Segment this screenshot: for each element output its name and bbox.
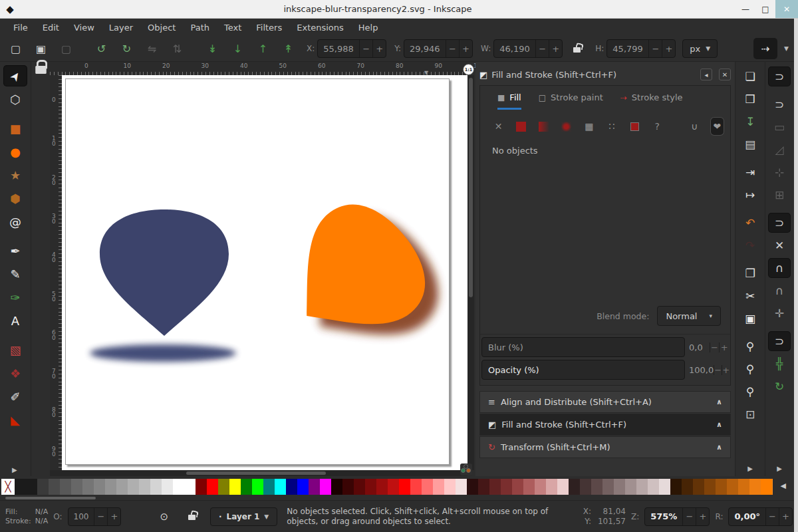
blue-blob-shadow[interactable]	[90, 344, 236, 362]
palette-swatch[interactable]	[139, 479, 150, 495]
snap-enabled-button[interactable]: ⊃	[769, 67, 790, 86]
undo-button[interactable]: ↶	[739, 213, 761, 232]
w-minus-button[interactable]: −	[535, 40, 549, 57]
snap-page-border-button[interactable]: ↻	[769, 377, 790, 396]
palette-swatch[interactable]	[546, 479, 557, 495]
docked-panel-fill-and-stroke[interactable]: ◩Fill and Stroke (Shift+Ctrl+F)∧	[479, 414, 731, 436]
h-field-value[interactable]: 45,799	[607, 44, 648, 54]
menu-view[interactable]: View	[67, 21, 101, 35]
snap-bbox-centers-button[interactable]: ⊞	[769, 186, 790, 204]
export-button[interactable]: ↦	[739, 186, 761, 204]
orange-blob[interactable]	[265, 186, 445, 366]
palette-swatch[interactable]	[116, 479, 128, 495]
canvas[interactable]	[62, 75, 467, 470]
zoom-minus-button[interactable]: −	[682, 508, 696, 525]
opacity-slider[interactable]: Opacity (%)	[481, 360, 685, 380]
h-plus-button[interactable]: +	[662, 40, 675, 57]
palette-swatch[interactable]	[410, 479, 422, 495]
palette-swatch[interactable]	[636, 479, 648, 495]
layer-lock-toggle[interactable]	[188, 510, 196, 523]
docked-panel-align-and-distribute[interactable]: ≡Align and Distribute (Shift+Ctrl+A)∧	[479, 391, 731, 413]
palette-swatch[interactable]	[614, 479, 625, 495]
ellipse-tool-button[interactable]: ●	[4, 142, 27, 162]
palette-swatch[interactable]	[162, 479, 173, 495]
calligraphy-tool-button[interactable]: ✑	[4, 287, 27, 307]
palette-swatch[interactable]	[241, 479, 252, 495]
spiral-tool-button[interactable]: @	[4, 211, 27, 231]
rotate-cw-button[interactable]: ↻	[116, 39, 137, 59]
y-field-value[interactable]: 29,946	[404, 44, 446, 54]
palette-swatch[interactable]	[207, 479, 218, 495]
y-plus-button[interactable]: +	[459, 40, 472, 57]
palette-swatch[interactable]	[456, 479, 467, 495]
blur-value[interactable]: 0,0	[685, 342, 710, 352]
palette-swatch[interactable]	[150, 479, 162, 495]
zoom-page-button[interactable]: ⚲	[739, 382, 761, 401]
toolbox-expand-arrow-icon[interactable]: ▶	[0, 466, 17, 473]
rotate-ccw-button[interactable]: ↺	[91, 39, 112, 59]
fill-rule-nonzero-button[interactable]: ❤	[711, 118, 724, 135]
lower-to-bottom-button[interactable]: ↡	[202, 39, 223, 59]
palette-swatch[interactable]	[184, 479, 196, 495]
paint-swatch-button[interactable]	[628, 118, 641, 135]
snap-grid-button[interactable]: ╬	[769, 354, 790, 373]
fill-rule-evenodd-button[interactable]: ∪	[688, 118, 701, 135]
x-field[interactable]: 55,988 − +	[317, 39, 386, 58]
palette-swatch[interactable]	[354, 479, 365, 495]
zoom-plus-button[interactable]: +	[696, 508, 709, 525]
menu-object[interactable]: Object	[141, 21, 182, 35]
w-field[interactable]: 46,190 − +	[493, 39, 563, 58]
snap-bbox-midpoints-button[interactable]: ⊹	[769, 163, 790, 182]
palette-swatch[interactable]	[749, 479, 761, 495]
minimize-button[interactable]: —	[735, 0, 755, 18]
paint-unknown-button[interactable]: ?	[651, 118, 664, 135]
paint-linear-gradient-button[interactable]	[537, 118, 550, 135]
palette-swatch-none[interactable]: ╳	[1, 479, 15, 495]
zoom-field[interactable]: 575% − +	[644, 507, 710, 526]
x-field-value[interactable]: 55,988	[318, 44, 359, 54]
snap-smooth-nodes-button[interactable]: ∩	[769, 281, 790, 300]
w-plus-button[interactable]: +	[549, 40, 562, 57]
palette-swatch[interactable]	[704, 479, 716, 495]
lock-width-height-toggle[interactable]	[573, 43, 581, 55]
cut-button[interactable]: ✂	[739, 287, 761, 305]
node-editor-tool-button[interactable]: ⬡	[4, 89, 27, 109]
palette-swatch[interactable]	[15, 479, 26, 495]
menu-edit[interactable]: Edit	[36, 21, 66, 35]
menu-text[interactable]: Text	[217, 21, 248, 35]
maximize-button[interactable]: □	[755, 0, 775, 18]
blur-minus-button[interactable]: −	[710, 342, 720, 352]
tab-stroke-paint[interactable]: □Stroke paint	[539, 92, 603, 110]
zoom-center-page-button[interactable]: ⊡	[739, 405, 761, 424]
palette-swatch[interactable]	[82, 479, 94, 495]
text-tool-button[interactable]: A	[4, 311, 27, 331]
zoom-selection-button[interactable]: ⚲	[739, 337, 761, 356]
transform-patterns-toggle[interactable]: ⇢	[753, 38, 777, 59]
palette-swatch[interactable]	[376, 479, 388, 495]
palette-swatch[interactable]	[738, 479, 749, 495]
palette-swatch[interactable]	[252, 479, 263, 495]
palette-swatch[interactable]	[422, 479, 433, 495]
snap-bbox-corners-button[interactable]: ◿	[769, 140, 790, 159]
mesh-gradient-tool-button[interactable]: ❖	[4, 363, 27, 383]
tab-stroke-style[interactable]: ⇢Stroke style	[620, 92, 683, 110]
palette-swatch[interactable]	[71, 479, 82, 495]
menu-layer[interactable]: Layer	[102, 21, 140, 35]
open-document-button[interactable]: ❒	[739, 90, 761, 108]
palette-swatch[interactable]	[501, 479, 512, 495]
horizontal-ruler[interactable]: ▼ 0102030405060708090100	[50, 62, 467, 75]
palette-swatch[interactable]	[693, 479, 704, 495]
paint-bucket-tool-button[interactable]: ◣	[4, 410, 27, 430]
h-field[interactable]: 45,799 − +	[606, 39, 676, 58]
palette-swatch[interactable]	[727, 479, 738, 495]
vertical-ruler[interactable]: 0102030405060708090	[50, 75, 62, 470]
deselect-button[interactable]: ▢	[56, 39, 76, 59]
object-opacity-value[interactable]: 100	[68, 512, 94, 521]
unit-selector[interactable]: px ▼	[682, 39, 718, 58]
menu-help[interactable]: Help	[352, 21, 385, 35]
fill-indicator-value[interactable]: N/A	[35, 507, 48, 517]
palette-swatch[interactable]	[625, 479, 636, 495]
rotation-field[interactable]: 0,00° − +	[728, 507, 793, 526]
menu-file[interactable]: File	[7, 21, 35, 35]
snap-path-intersections-button[interactable]: ✕	[769, 236, 790, 255]
